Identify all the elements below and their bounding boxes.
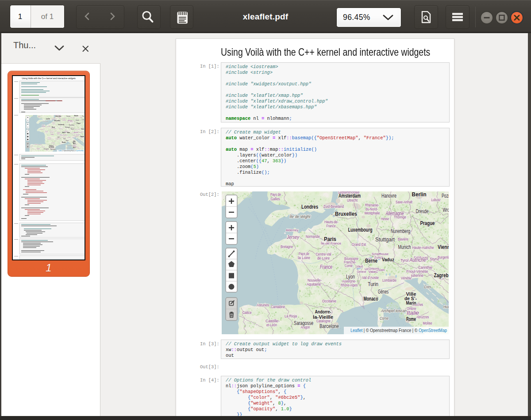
svg-text:Barcelone: Barcelone	[50, 149, 56, 150]
svg-text:Île de Wight: Île de Wight	[43, 121, 49, 122]
svg-text:Nuremberg: Nuremberg	[391, 228, 410, 234]
svg-text:Luxembourg: Luxembourg	[58, 124, 64, 126]
svg-text:Bruxelles: Bruxelles	[335, 210, 357, 217]
svg-text:Autriche: Autriche	[409, 257, 426, 263]
svg-text:Saxe-Anhalt: Saxe-Anhalt	[70, 117, 75, 118]
svg-text:Berne: Berne	[62, 132, 65, 134]
svg-text:Cantabrie: Cantabrie	[38, 144, 42, 145]
svg-text:Bretagne: Bretagne	[281, 244, 293, 249]
svg-text:Berlin: Berlin	[74, 115, 78, 117]
svg-text:Galice: Galice	[242, 310, 252, 315]
svg-text:Barcelone: Barcelone	[319, 323, 339, 329]
svg-text:Jersey: Jersey	[42, 126, 46, 128]
svg-text:Lombardie: Lombardie	[67, 137, 71, 138]
svg-text:Grand Est: Grand Est	[352, 242, 366, 247]
svg-text:Stuttgart: Stuttgart	[65, 126, 70, 128]
svg-text:France: France	[320, 264, 332, 270]
svg-text:Haute-Autriche: Haute-Autriche	[75, 129, 81, 130]
svg-text:Rome: Rome	[406, 316, 416, 322]
svg-text:Hesse: Hesse	[66, 122, 69, 122]
svg-text:Lubusz: Lubusz	[431, 198, 441, 202]
svg-text:Dresde: Dresde	[416, 208, 429, 214]
svg-text:Cres: Cres	[424, 285, 431, 289]
svg-text:de Loire: de Loire	[317, 256, 330, 260]
svg-text:Normandie: Normandie	[306, 234, 320, 239]
svg-text:Burgenla: Burgenla	[438, 255, 449, 260]
svg-text:Vaduz: Vaduz	[67, 132, 70, 134]
svg-text:Westphalie: Westphalie	[62, 120, 67, 121]
svg-text:Île de Wight: Île de Wight	[290, 214, 311, 219]
svg-text:Rome: Rome	[73, 147, 76, 149]
svg-text:Using Voilà with the C++ kerne: Using Voilà with the C++ kernel and inte…	[22, 77, 76, 80]
svg-text:Monaco: Monaco	[62, 141, 66, 143]
svg-text:Pozn: Pozn	[442, 193, 449, 199]
svg-text:France: France	[51, 134, 54, 135]
svg-text:Vaud: Vaud	[357, 264, 363, 268]
svg-text:Zuid-Beveland: Zuid-Beveland	[52, 118, 58, 119]
svg-text:Normandie: Normandie	[47, 126, 51, 127]
svg-text:Corse: Corse	[380, 316, 389, 321]
svg-text:Carinthie: Carinthie	[418, 265, 432, 270]
svg-text:Comté: Comté	[57, 134, 59, 134]
svg-text:Aquitaine: Aquitaine	[307, 282, 321, 286]
svg-text:Italie: Italie	[407, 310, 419, 316]
svg-text:Hesse: Hesse	[381, 217, 389, 221]
svg-text:Prague: Prague	[77, 122, 81, 124]
svg-text:Stuttgart: Stuttgart	[375, 237, 395, 243]
svg-text:Vaduz: Vaduz	[382, 257, 394, 262]
svg-text:Hanovre: Hanovre	[67, 115, 71, 117]
svg-text:Tyrol: Tyrol	[400, 258, 408, 263]
svg-text:la Loire: la Loire	[298, 256, 310, 260]
svg-text:Londres: Londres	[46, 118, 50, 120]
svg-text:Occitanie: Occitanie	[51, 143, 55, 144]
svg-text:France: France	[327, 224, 336, 228]
svg-text:Leaflet | © Openstreetmap Fran: Leaflet | © Openstreetmap France | © Ope…	[350, 328, 447, 333]
svg-text:Luxembourg: Luxembourg	[348, 226, 373, 233]
svg-text:Grisons: Grisons	[369, 267, 379, 271]
svg-text:Allemagne: Allemagne	[67, 120, 72, 122]
svg-text:de Loire: de Loire	[50, 132, 54, 133]
svg-text:et-León: et-León	[266, 323, 277, 327]
svg-text:Vaud: Vaud	[60, 134, 62, 134]
svg-text:Vienn: Vienn	[438, 244, 449, 250]
svg-text:Paris: Paris	[324, 236, 336, 242]
svg-text:Lyon: Lyon	[58, 136, 60, 138]
svg-text:Wro: Wro	[83, 119, 84, 121]
svg-text:Gênes: Gênes	[378, 289, 389, 295]
svg-text:Haute-Autriche: Haute-Autriche	[412, 245, 434, 250]
svg-text:Paris: Paris	[52, 126, 55, 128]
svg-text:Monaco: Monaco	[364, 295, 378, 302]
svg-text:Gênes: Gênes	[66, 140, 69, 141]
svg-text:Rhône-Alpes: Rhône-Alpes	[56, 138, 61, 139]
svg-text:Vienn: Vienn	[81, 128, 84, 130]
svg-text:Asturies: Asturies	[34, 144, 38, 145]
svg-text:Zuid-Beveland: Zuid-Beveland	[323, 204, 344, 209]
svg-text:Alderney: Alderney	[286, 228, 298, 232]
svg-text:Grisons: Grisons	[63, 134, 66, 135]
svg-text:la-Vieille: la-Vieille	[313, 314, 333, 320]
svg-text:Galice: Galice	[31, 145, 33, 146]
svg-text:France: France	[52, 123, 55, 124]
svg-text:Allemagne: Allemagne	[385, 210, 404, 217]
svg-text:Cres: Cres	[78, 139, 80, 140]
svg-text:Munich: Munich	[398, 244, 411, 250]
svg-text:Jersey: Jersey	[286, 234, 300, 240]
svg-text:Molise: Molise	[423, 321, 432, 325]
svg-text:Autriche: Autriche	[73, 132, 78, 134]
svg-text:Corse: Corse	[66, 147, 69, 148]
svg-text:Munich: Munich	[71, 128, 74, 130]
svg-text:Lombardie: Lombardie	[382, 278, 396, 283]
svg-text:La Rioja: La Rioja	[285, 314, 297, 318]
svg-text:Bavière: Bavière	[398, 237, 408, 241]
svg-text:Burgenla: Burgenla	[81, 131, 84, 132]
svg-text:Leaflet | © Openstreetmap Fran: Leaflet | © Openstreetmap France | © Ope…	[58, 150, 84, 152]
svg-text:et-León: et-León	[37, 149, 40, 149]
svg-text:la-Vieille: la-Vieille	[49, 146, 54, 148]
svg-text:Hanovre: Hanovre	[381, 193, 396, 199]
svg-text:Marin: Marin	[73, 143, 76, 145]
svg-text:Galles: Galles	[38, 116, 41, 117]
svg-text:Saragosse: Saragosse	[294, 320, 313, 326]
svg-text:julienne: julienne	[74, 136, 78, 137]
svg-text:Turin: Turin	[368, 281, 378, 287]
svg-text:Londres: Londres	[301, 203, 318, 210]
